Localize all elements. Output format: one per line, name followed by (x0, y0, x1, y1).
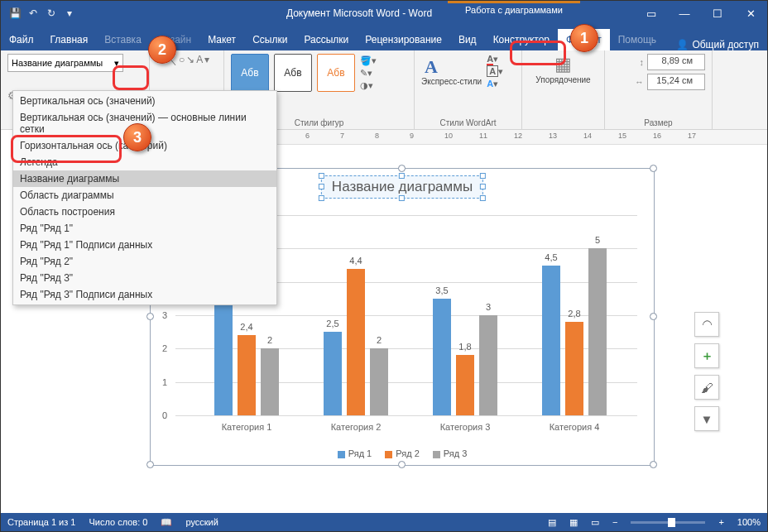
bar[interactable]: 2,4 (238, 335, 256, 415)
shape-style-3[interactable]: Абв (317, 54, 355, 92)
width-icon: ↔ (635, 77, 644, 87)
view-read-icon[interactable]: ▤ (548, 517, 556, 528)
bar[interactable]: 5 (588, 248, 607, 415)
tab-references[interactable]: Ссылки (244, 29, 295, 50)
tab-view[interactable]: Вид (450, 29, 485, 50)
share-button[interactable]: 👤 Общий доступ (668, 39, 767, 50)
shape-effects-icon[interactable]: ◑▾ (360, 80, 377, 91)
bar[interactable]: 2 (370, 348, 388, 415)
zoom-value[interactable]: 100% (737, 517, 761, 527)
shape-style-2[interactable]: Абв (274, 54, 312, 92)
dropdown-item[interactable]: Ряд "Ряд 1" (13, 220, 276, 237)
dropdown-item[interactable]: Ряд "Ряд 2" (13, 253, 276, 270)
arrange-icon[interactable]: ▦ (529, 54, 598, 75)
undo-icon[interactable]: ↶ (24, 7, 42, 19)
dropdown-item[interactable]: Название диаграммы (13, 170, 276, 187)
annotation-callout-1: 1 (570, 24, 598, 52)
tab-constructor[interactable]: Конструктор (485, 29, 558, 50)
dropdown-item[interactable]: Ряд "Ряд 3" Подписи данных (13, 286, 276, 303)
chart-element-dropdown[interactable]: Вертикальная ось (значений)Вертикальная … (12, 90, 277, 305)
chart-title[interactable]: Название диаграммы (321, 175, 483, 199)
minimize-icon[interactable]: — (668, 7, 701, 20)
layout-options-button[interactable]: ◠ (694, 312, 719, 337)
bar[interactable]: 4,5 (542, 266, 560, 416)
ribbon-options-icon[interactable]: ▭ (635, 7, 668, 20)
dropdown-item[interactable]: Область построения (13, 204, 276, 220)
selection-handle[interactable] (650, 461, 657, 468)
text-effects-icon[interactable]: A▾ (487, 79, 503, 89)
chart-side-tools: ◠ ＋ 🖌 ▼ (694, 312, 719, 438)
height-input[interactable]: 8,89 см (647, 54, 705, 70)
annotation-callout-3: 3 (123, 123, 151, 151)
zoom-slider[interactable] (631, 521, 705, 524)
share-icon: 👤 (676, 39, 689, 50)
chevron-down-icon: ▾ (114, 58, 119, 69)
tab-help[interactable]: Помощь (610, 29, 665, 50)
selection-handle[interactable] (398, 165, 406, 172)
dropdown-item[interactable]: Ряд "Ряд 1" Подписи данных (13, 237, 276, 253)
selection-handle[interactable] (398, 461, 406, 468)
bar[interactable]: 3,5 (433, 299, 451, 415)
status-words[interactable]: Число слов: 0 (89, 517, 147, 527)
bar[interactable]: 2 (261, 348, 279, 415)
chart-elements-button[interactable]: ＋ (694, 343, 719, 368)
chart-styles-button[interactable]: 🖌 (694, 375, 719, 400)
status-page[interactable]: Страница 1 из 1 (7, 517, 75, 527)
bar[interactable]: 3 (479, 315, 497, 415)
dropdown-item[interactable]: Область диаграммы (13, 187, 276, 204)
qat-more-icon[interactable]: ▾ (60, 7, 79, 19)
group-label-wordart: Стили WordArt (421, 118, 515, 127)
dropdown-item[interactable]: Вертикальная ось (значений) (13, 93, 276, 109)
chart-filters-button[interactable]: ▼ (694, 406, 719, 431)
bar[interactable]: 2,5 (324, 332, 342, 415)
shape-fill-icon[interactable]: 🪣▾ (360, 55, 377, 66)
bar[interactable]: 2,8 (565, 322, 583, 415)
shape-more-icon[interactable]: ▾ (204, 54, 209, 68)
text-outline-icon[interactable]: A▾ (487, 66, 503, 77)
legend-item[interactable]: Ряд 1 (338, 448, 372, 458)
height-icon: ↕ (640, 57, 645, 67)
quick-access-toolbar: 💾 ↶ ↻ ▾ (1, 7, 84, 19)
tab-layout[interactable]: Макет (199, 29, 244, 50)
contextual-tab-label: Работа с диаграммами (448, 1, 580, 17)
maximize-icon[interactable]: ☐ (701, 7, 734, 20)
shape-style-1[interactable]: Абв (231, 54, 269, 92)
selection-handle[interactable] (146, 313, 154, 320)
titlebar: 💾 ↶ ↻ ▾ Документ Microsoft Word - Word ▭… (1, 1, 767, 26)
close-icon[interactable]: ✕ (734, 7, 767, 20)
zoom-out-icon[interactable]: − (612, 517, 617, 527)
tab-mailings[interactable]: Рассылки (295, 29, 357, 50)
shape-oval-icon[interactable]: ○ (179, 54, 185, 68)
shape-arrow-icon[interactable]: ↘ (186, 54, 194, 68)
selector-value: Название диаграммы (12, 58, 103, 68)
chart-element-selector[interactable]: Название диаграммы ▾ (7, 54, 123, 72)
bar[interactable]: 1,8 (456, 355, 474, 415)
legend-item[interactable]: Ряд 3 (433, 448, 468, 458)
ribbon-tabs: Файл Главная Вставка Дизайн Макет Ссылки… (1, 26, 767, 50)
zoom-in-icon[interactable]: + (718, 517, 723, 527)
tab-insert[interactable]: Вставка (96, 29, 150, 50)
status-proofing-icon[interactable]: 📖 (161, 517, 172, 528)
tab-review[interactable]: Рецензирование (357, 29, 450, 50)
save-icon[interactable]: 💾 (6, 7, 24, 19)
chart-legend[interactable]: Ряд 1Ряд 2Ряд 3 (151, 448, 654, 458)
dropdown-item[interactable]: Ряд "Ряд 3" (13, 270, 276, 286)
shape-outline-icon[interactable]: ✎▾ (360, 68, 377, 79)
bar[interactable]: 4,4 (347, 269, 365, 415)
text-fill-icon[interactable]: A▾ (487, 54, 503, 65)
view-print-icon[interactable]: ▦ (569, 517, 578, 528)
view-web-icon[interactable]: ▭ (591, 517, 599, 528)
legend-item[interactable]: Ряд 2 (385, 448, 420, 458)
shape-textbox-icon[interactable]: A (196, 54, 203, 68)
wordart-quickstyles-icon[interactable]: A (421, 57, 441, 77)
status-language[interactable]: русский (185, 517, 218, 527)
redo-icon[interactable]: ↻ (42, 7, 60, 19)
dropdown-item[interactable]: Легенда (13, 154, 276, 170)
annotation-callout-2: 2 (148, 36, 176, 64)
selection-handle[interactable] (146, 461, 154, 468)
tab-home[interactable]: Главная (42, 29, 97, 50)
tab-file[interactable]: Файл (1, 29, 42, 50)
selection-handle[interactable] (650, 313, 657, 320)
width-input[interactable]: 15,24 см (647, 74, 705, 90)
selection-handle[interactable] (650, 165, 657, 172)
